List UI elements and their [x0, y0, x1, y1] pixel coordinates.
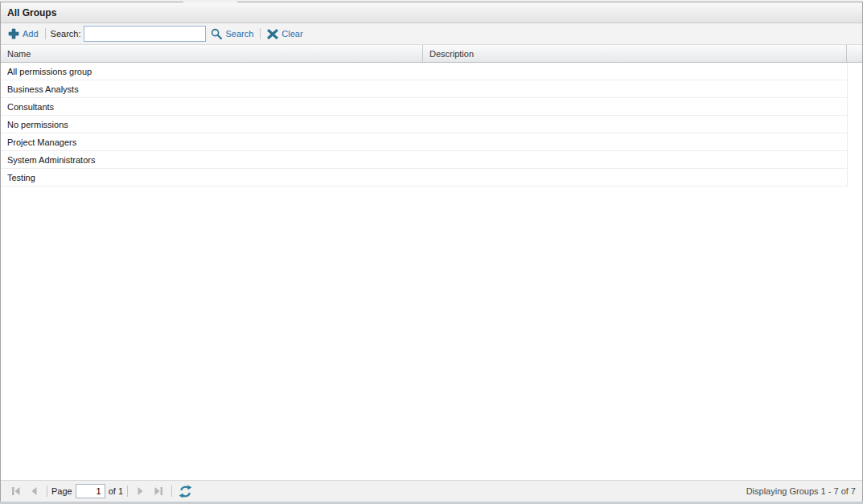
cell-name: All permissions group [1, 67, 423, 76]
table-row[interactable]: System Administrators [1, 151, 847, 169]
grid-header: Name Description [1, 45, 862, 63]
page-number-input[interactable] [76, 484, 105, 498]
cell-name: Testing [1, 173, 423, 182]
column-header-filler [847, 45, 862, 62]
page-label: Page [51, 486, 72, 496]
cell-name: Consultants [1, 102, 423, 112]
page-title: All Groups [7, 7, 56, 18]
toolbar-divider [45, 28, 46, 39]
x-icon [267, 29, 278, 39]
page-count-label: of 1 [109, 486, 123, 496]
paging-status: Displaying Groups 1 - 7 of 7 [746, 486, 856, 496]
magnifier-icon [211, 28, 223, 40]
clear-button[interactable]: Clear [265, 28, 304, 40]
cell-name: Business Analysts [1, 84, 423, 94]
table-row[interactable]: Testing [1, 169, 847, 186]
top-edge-notch [183, 2, 237, 2]
clear-button-label: Clear [282, 29, 302, 39]
search-label: Search: [51, 29, 81, 39]
pager-divider [171, 486, 172, 497]
last-page-icon [152, 485, 165, 498]
pager-divider [47, 486, 47, 497]
add-button-label: Add [23, 29, 39, 39]
search-button[interactable]: Search [209, 27, 256, 41]
column-header-description-label: Description [429, 49, 474, 59]
column-header-name[interactable]: Name [1, 45, 423, 62]
table-row[interactable]: All permissions group [1, 63, 847, 80]
grid-body: All permissions group Business Analysts … [1, 63, 862, 480]
column-header-description[interactable]: Description [423, 45, 847, 62]
column-header-name-label: Name [7, 49, 31, 59]
refresh-icon [179, 485, 192, 498]
toolbar-divider [260, 28, 261, 39]
top-toolbar: Add Search: Search Clear [1, 23, 862, 45]
first-page-button[interactable] [8, 483, 24, 499]
add-button[interactable]: Add [6, 27, 40, 40]
table-row[interactable]: Business Analysts [1, 80, 847, 98]
first-page-icon [10, 485, 23, 498]
last-page-button[interactable] [150, 483, 166, 499]
search-input[interactable] [84, 26, 206, 42]
cell-name: Project Managers [1, 137, 423, 147]
prev-page-icon [27, 485, 40, 498]
search-button-label: Search [226, 29, 254, 39]
refresh-button[interactable] [177, 483, 193, 499]
all-groups-panel: All Groups Add Search: Search [0, 2, 863, 502]
plus-icon [8, 28, 19, 39]
table-row[interactable]: Consultants [1, 98, 847, 116]
next-page-button[interactable] [133, 483, 149, 499]
paging-toolbar: Page of 1 [1, 480, 862, 502]
prev-page-button[interactable] [26, 483, 42, 499]
cell-name: No permissions [1, 120, 423, 129]
panel-titlebar: All Groups [1, 2, 862, 23]
table-row[interactable]: Project Managers [1, 133, 847, 151]
cell-name: System Administrators [1, 155, 423, 165]
pager-divider [127, 486, 128, 497]
next-page-icon [134, 485, 147, 498]
table-row[interactable]: No permissions [1, 116, 847, 133]
grid-rows: All permissions group Business Analysts … [1, 63, 848, 186]
